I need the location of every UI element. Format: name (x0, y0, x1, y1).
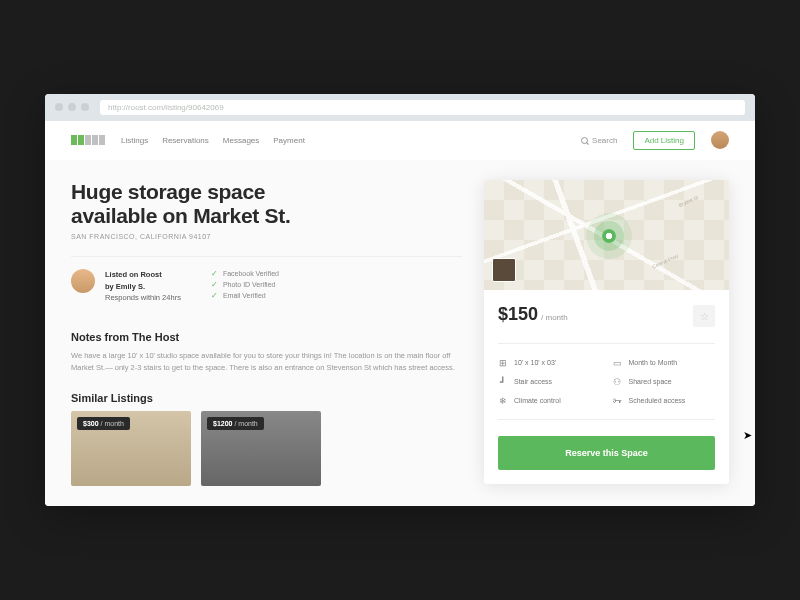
content: Huge storage spaceavailable on Market St… (45, 160, 755, 506)
window-dot[interactable] (68, 103, 76, 111)
dimensions-icon: ⊞ (498, 358, 507, 367)
browser-window: http://roost.com/listing/90642069 Listin… (45, 94, 755, 506)
listing-title: Huge storage spaceavailable on Market St… (71, 180, 462, 228)
feature-grid: ⊞10' x 10' x 03' ▭Month to Month ┛Stair … (498, 343, 715, 420)
notes-heading: Notes from The Host (71, 331, 462, 343)
price-row: $150/ month ☆ (498, 304, 715, 328)
listing-main: Huge storage spaceavailable on Market St… (71, 180, 462, 486)
favorite-button[interactable]: ☆ (693, 305, 715, 327)
listing-card[interactable]: $1200 / month (201, 411, 321, 486)
check-icon: ✓ (211, 280, 218, 289)
window-dot[interactable] (81, 103, 89, 111)
price-badge: $300 / month (77, 417, 130, 430)
street-thumb[interactable] (492, 258, 516, 282)
app-body: Listings Reservations Messages Payment S… (45, 121, 755, 506)
price-badge: $1200 / month (207, 417, 264, 430)
calendar-icon: ▭ (613, 358, 622, 367)
similar-heading: Similar Listings (71, 392, 462, 404)
brand-logo[interactable] (71, 135, 105, 145)
url-bar[interactable]: http://roost.com/listing/90642069 (100, 100, 745, 115)
nav-messages[interactable]: Messages (223, 136, 259, 145)
add-listing-button[interactable]: Add Listing (633, 131, 695, 150)
mouse-cursor-icon: ➤ (743, 429, 752, 442)
map-preview[interactable]: Bryant StCentral Frwy (484, 180, 729, 290)
browser-chrome: http://roost.com/listing/90642069 (45, 94, 755, 121)
verification-list: ✓Facebook Verified ✓Photo ID Verified ✓E… (211, 269, 279, 300)
search[interactable]: Search (581, 136, 617, 145)
host-notes: We have a large 10' x 10' studio space a… (71, 350, 462, 374)
listing-location: SAN FRANCISCO, CALIFORNIA 94107 (71, 233, 462, 240)
host-avatar[interactable] (71, 269, 95, 293)
nav-listings[interactable]: Listings (121, 136, 148, 145)
nav-links: Listings Reservations Messages Payment (121, 136, 305, 145)
listing-card[interactable]: $300 / month (71, 411, 191, 486)
top-nav: Listings Reservations Messages Payment S… (45, 121, 755, 160)
shared-icon: ⚇ (613, 377, 622, 386)
schedule-icon: 🗝 (613, 396, 622, 405)
check-icon: ✓ (211, 269, 218, 278)
climate-icon: ❄ (498, 396, 507, 405)
search-icon (581, 137, 588, 144)
reserve-button[interactable]: Reserve this Space (498, 436, 715, 470)
host-info: Listed on Roost by Emily S. Responds wit… (105, 269, 181, 303)
booking-panel: Bryant StCentral Frwy $150/ month ☆ ⊞10'… (484, 180, 729, 486)
check-icon: ✓ (211, 291, 218, 300)
window-dot[interactable] (55, 103, 63, 111)
host-section: Listed on Roost by Emily S. Responds wit… (71, 256, 462, 315)
similar-section: Similar Listings $300 / month $1200 / mo… (71, 392, 462, 486)
stairs-icon: ┛ (498, 377, 507, 386)
user-avatar[interactable] (711, 131, 729, 149)
nav-payment[interactable]: Payment (273, 136, 305, 145)
nav-reservations[interactable]: Reservations (162, 136, 209, 145)
